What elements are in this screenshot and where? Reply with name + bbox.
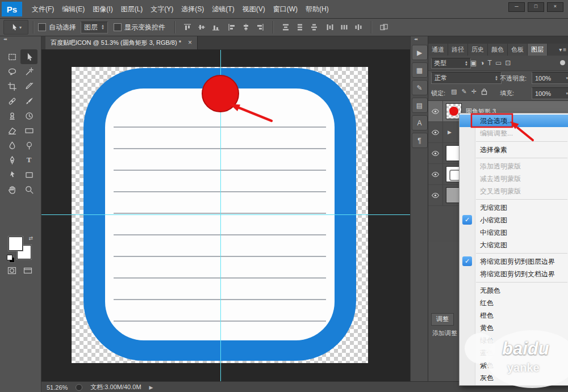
document-canvas[interactable]: [72, 67, 368, 363]
close-button[interactable]: ×: [547, 2, 563, 12]
menu-item-red[interactable]: 红色: [460, 297, 568, 309]
panel-icon-clone-source[interactable]: ▤: [412, 98, 428, 113]
menu-item-blue[interactable]: 蓝色: [460, 347, 568, 359]
menu-item-large-thumbnails[interactable]: 大缩览图: [460, 239, 568, 251]
opacity-field[interactable]: 100% ▾: [532, 72, 568, 84]
toolbox-collapse-icon[interactable]: ◂◂: [3, 37, 6, 41]
align-vertical-centers-button[interactable]: [195, 21, 208, 33]
lasso-tool[interactable]: [3, 64, 20, 79]
distribute-bottom-edges-button[interactable]: [307, 21, 321, 33]
panel-icon-character[interactable]: A: [412, 115, 428, 130]
visibility-toggle[interactable]: [428, 164, 443, 184]
panel-icon-play[interactable]: ▶: [412, 45, 428, 60]
tab-channels[interactable]: 通道: [428, 44, 448, 56]
auto-select-target-dropdown[interactable]: 图层 ▲▼: [81, 22, 108, 33]
menu-item-green[interactable]: 绿色: [460, 334, 568, 347]
menu-item-small-thumbnails[interactable]: ✓小缩览图: [460, 214, 568, 226]
dodge-tool[interactable]: [20, 138, 37, 153]
blend-mode-dropdown[interactable]: 正常 ▲▼: [431, 72, 502, 84]
status-flyout-icon[interactable]: ▶: [149, 385, 153, 390]
auto-select-checkbox[interactable]: [38, 23, 46, 31]
lock-all-icon[interactable]: [481, 88, 487, 95]
lock-transparency-icon[interactable]: ▨: [451, 88, 457, 95]
menu-item-no-thumbnails[interactable]: 无缩览图: [460, 201, 568, 214]
align-top-edges-button[interactable]: [181, 21, 194, 33]
brush-tool[interactable]: [20, 94, 37, 108]
hand-tool[interactable]: [3, 182, 20, 197]
menu-item-medium-thumbnails[interactable]: 中缩览图: [460, 226, 568, 239]
pen-tool[interactable]: [3, 153, 20, 167]
menu-filter[interactable]: 滤镜(T): [208, 1, 238, 18]
adjustments-panel-tab[interactable]: 调整: [431, 313, 454, 326]
maximize-button[interactable]: □: [528, 2, 544, 12]
visibility-toggle[interactable]: [428, 101, 443, 121]
menu-type[interactable]: 文字(Y): [147, 1, 177, 18]
visibility-toggle[interactable]: [428, 122, 443, 142]
align-left-edges-button[interactable]: [225, 21, 239, 33]
distribute-horizontal-centers-button[interactable]: [337, 21, 351, 33]
panel-icon-grid[interactable]: ▦: [412, 62, 428, 78]
gradient-tool[interactable]: [20, 123, 37, 138]
align-bottom-edges-button[interactable]: [209, 21, 223, 33]
type-tool[interactable]: T: [20, 153, 37, 167]
shape-tool[interactable]: [20, 167, 37, 182]
panel-menu-button[interactable]: ▾ ≡: [557, 44, 568, 56]
tab-layers[interactable]: 图层: [528, 44, 548, 56]
history-brush-tool[interactable]: [20, 108, 37, 123]
healing-brush-tool[interactable]: [3, 94, 20, 108]
zoom-tool[interactable]: [20, 182, 37, 197]
menu-item-clip-to-layer-bounds[interactable]: ✓将缩览图剪切到图层边界: [460, 255, 568, 268]
distribute-vertical-centers-button[interactable]: [293, 21, 307, 33]
blur-tool[interactable]: [3, 138, 20, 153]
foreground-color-swatch[interactable]: [9, 237, 23, 251]
panel-icon-brush-presets[interactable]: ✎: [412, 80, 428, 95]
menu-window[interactable]: 窗口(W): [269, 1, 302, 18]
filter-shape-icon[interactable]: ▭: [495, 57, 502, 69]
visibility-toggle[interactable]: [428, 143, 443, 163]
zoom-level-field[interactable]: 51.26%: [47, 384, 68, 391]
menu-item-select-pixels[interactable]: 选择像素: [460, 144, 568, 156]
filter-type-icon[interactable]: T: [488, 57, 492, 69]
tab-close-icon[interactable]: ×: [188, 39, 192, 47]
eyedropper-tool[interactable]: [20, 79, 37, 94]
tab-paths[interactable]: 路径: [448, 44, 468, 56]
canvas-viewport[interactable]: [41, 49, 410, 381]
align-horizontal-centers-button[interactable]: [239, 21, 253, 33]
dock-collapse-icon[interactable]: ◂◂: [414, 37, 417, 41]
menu-edit[interactable]: 编辑(E): [58, 1, 89, 18]
lock-position-icon[interactable]: ✛: [471, 88, 477, 95]
filter-type-dropdown[interactable]: 类型 ▲▼: [431, 58, 471, 69]
move-tool[interactable]: [20, 49, 37, 64]
align-right-edges-button[interactable]: [253, 21, 267, 33]
document-tab[interactable]: 百度贴吧ICON @ 51.3% (圆角矩形 3, RGB/8) * ×: [45, 36, 198, 49]
path-selection-tool[interactable]: [3, 167, 20, 182]
screen-mode-button[interactable]: [22, 265, 34, 276]
menu-layer[interactable]: 图层(L): [117, 1, 147, 18]
fill-field[interactable]: 100% ▾: [532, 87, 568, 99]
menu-item-violet[interactable]: 紫色: [460, 359, 568, 372]
tab-color[interactable]: 颜色: [488, 44, 508, 56]
filter-smart-object-icon[interactable]: ⊡: [505, 57, 511, 69]
crop-tool[interactable]: [3, 79, 20, 94]
menu-item-yellow[interactable]: 黄色: [460, 322, 568, 334]
menu-item-gray[interactable]: 灰色: [460, 372, 568, 384]
menu-select[interactable]: 选择(S): [177, 1, 208, 18]
tab-history[interactable]: 历史: [468, 44, 488, 56]
menu-view[interactable]: 视图(V): [239, 1, 269, 18]
distribute-right-edges-button[interactable]: [352, 21, 365, 33]
eraser-tool[interactable]: [3, 123, 20, 138]
tab-swatches[interactable]: 色板: [508, 44, 528, 56]
clone-stamp-tool[interactable]: [3, 108, 20, 123]
menu-file[interactable]: 文件(F): [28, 1, 58, 18]
panel-icon-paragraph[interactable]: ¶: [412, 133, 428, 148]
visibility-toggle[interactable]: [428, 185, 443, 205]
filter-pixel-icon[interactable]: ▣: [470, 57, 477, 69]
menu-help[interactable]: 帮助(H): [302, 1, 333, 18]
group-expand-icon[interactable]: ▶: [448, 122, 452, 142]
distribute-left-edges-button[interactable]: [323, 21, 337, 33]
default-colors-icon[interactable]: [7, 255, 12, 260]
lock-pixels-icon[interactable]: ✎: [461, 88, 466, 95]
minimize-button[interactable]: ─: [508, 2, 525, 12]
show-transform-checkbox[interactable]: [114, 23, 122, 31]
swap-colors-icon[interactable]: ⇄: [28, 235, 33, 241]
